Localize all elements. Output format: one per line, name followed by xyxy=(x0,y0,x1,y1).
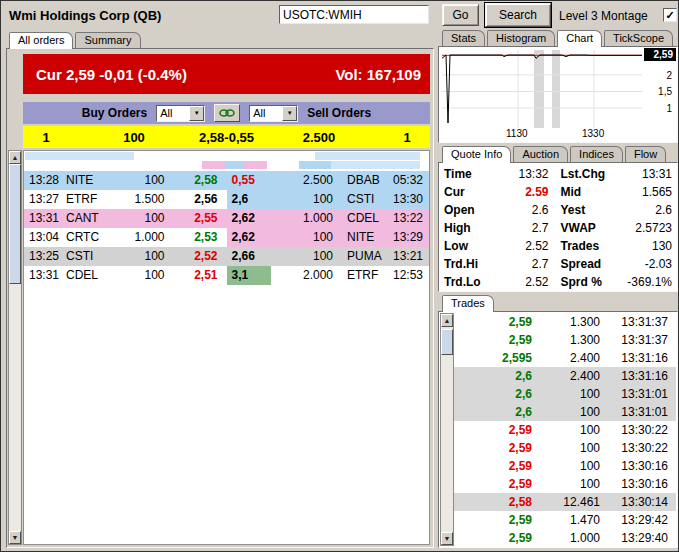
trade-time: 13:30:22 xyxy=(600,439,676,457)
price-ticker-bar: Cur 2,59 -0,01 (-0.4%) Vol: 167,109 xyxy=(23,54,430,94)
trade-row[interactable]: 2,5910013:30:22 xyxy=(454,421,676,439)
quote-row: Time13:32Lst.Chg13:31 xyxy=(439,165,677,183)
trade-row[interactable]: 2,610013:31:01 xyxy=(454,385,676,403)
trade-row[interactable]: 2,5910013:30:22 xyxy=(454,439,676,457)
sell-mm: CDEL xyxy=(337,209,385,228)
level3-montage-checkbox[interactable]: ✓ xyxy=(663,8,677,22)
quote-value: 2.7 xyxy=(491,255,549,273)
buy-time: 13:31 xyxy=(24,266,66,285)
scrollbar-track[interactable] xyxy=(441,327,453,532)
trades-scrollbar[interactable]: ▲ ▼ xyxy=(440,313,454,546)
trade-row[interactable]: 2,5812.46113:30:14 xyxy=(454,493,676,511)
trade-row[interactable]: 2,591.30013:31:37 xyxy=(454,313,676,331)
sell-size: 100 xyxy=(271,228,338,247)
chain-link-icon xyxy=(219,108,235,118)
tab-auction[interactable]: Auction xyxy=(513,146,568,162)
checkmark-icon: ✓ xyxy=(665,9,674,21)
sell-price: 3,1 xyxy=(227,266,271,285)
x-tick-label: 1330 xyxy=(582,128,604,139)
sell-time: 13:21 xyxy=(385,247,429,266)
sell-size: 2.500 xyxy=(254,130,384,145)
tab-tickscope[interactable]: TickScope xyxy=(604,30,673,46)
order-book: 13:28NITE1002,580,552.500DBAB05:3213:27E… xyxy=(23,150,430,545)
buy-orders-label: Buy Orders xyxy=(82,106,147,120)
quote-row: Trd.Hi2.7Spread-2.03 xyxy=(439,255,677,273)
quote-label: Time xyxy=(444,165,491,183)
buy-size: 1.500 xyxy=(116,190,175,209)
trade-row[interactable]: 2,591.00013:29:40 xyxy=(454,529,676,546)
quote-value: 2.52 xyxy=(491,237,549,255)
quote-label: Open xyxy=(444,201,491,219)
quote-row: Cur2.59Mid1.565 xyxy=(439,183,677,201)
sell-size: 1.000 xyxy=(271,209,338,228)
tab-stats[interactable]: Stats xyxy=(442,30,485,46)
tab-trades[interactable]: Trades xyxy=(442,295,494,312)
trade-size: 100 xyxy=(532,475,600,493)
trade-size: 100 xyxy=(532,421,600,439)
buy-side: 13:28NITE1002,58 xyxy=(24,171,227,190)
order-book-row[interactable]: 13:28NITE1002,580,552.500DBAB05:32 xyxy=(24,171,429,190)
buy-mm: CSTI xyxy=(66,247,116,266)
order-book-scrollbar[interactable]: ▲ ▼ xyxy=(8,150,22,545)
sell-price: 2,62 xyxy=(227,228,271,247)
scroll-up-button[interactable]: ▲ xyxy=(441,314,453,327)
buy-mm: CANT xyxy=(66,209,116,228)
trade-row[interactable]: 2,591.47013:29:42 xyxy=(454,511,676,529)
tab-flow[interactable]: Flow xyxy=(625,146,666,162)
quote-label: VWAP xyxy=(561,219,615,237)
sell-price: 2,66 xyxy=(227,247,271,266)
quote-label: Sprd % xyxy=(561,273,615,291)
scroll-up-button[interactable]: ▲ xyxy=(9,151,21,164)
trade-row[interactable]: 2,610013:31:01 xyxy=(454,403,676,421)
volume-text: Vol: 167,109 xyxy=(335,66,421,83)
trade-price: 2,59 xyxy=(454,457,532,475)
tab-chart[interactable]: Chart xyxy=(557,30,602,47)
tab-quote-info[interactable]: Quote Info xyxy=(442,146,511,163)
trades-rows: 2,591.30013:31:372,591.30013:31:372,5952… xyxy=(454,313,676,546)
sell-mm: PUMA xyxy=(337,247,385,266)
depth-segment xyxy=(420,161,428,169)
trade-row[interactable]: 2,5952.40013:31:16 xyxy=(454,349,676,367)
sell-price: 0,55 xyxy=(227,171,271,190)
tab-all-orders[interactable]: All orders xyxy=(9,32,73,49)
scrollbar-thumb[interactable] xyxy=(9,164,21,284)
buy-mm: CDEL xyxy=(66,266,116,285)
chart-y-axis: 21,51 xyxy=(643,47,677,144)
arrow-down-icon: ▼ xyxy=(12,534,19,541)
sell-filter-dropdown[interactable]: All ▼ xyxy=(249,105,298,122)
quote-info-panel: Time13:32Lst.Chg13:31Cur2.59Mid1.565Open… xyxy=(438,162,678,292)
order-book-row[interactable]: 13:27ETRF1.5002,562,6100CSTI13:30 xyxy=(24,190,429,209)
quote-label: Low xyxy=(444,237,491,255)
sell-mm: NITE xyxy=(337,228,385,247)
trade-row[interactable]: 2,5910013:30:16 xyxy=(454,475,676,493)
order-book-row[interactable]: 13:25CSTI1002,522,66100PUMA13:21 xyxy=(24,247,429,266)
buy-side: 13:27ETRF1.5002,56 xyxy=(24,190,227,209)
buy-size: 100 xyxy=(116,266,175,285)
scroll-down-button[interactable]: ▼ xyxy=(441,532,453,545)
scrollbar-thumb[interactable] xyxy=(441,329,453,355)
scrollbar-track[interactable] xyxy=(9,164,21,531)
sell-size: 100 xyxy=(271,190,338,209)
scroll-down-button[interactable]: ▼ xyxy=(9,531,21,544)
y-tick-label: 1 xyxy=(666,103,672,114)
tab-indices[interactable]: Indices xyxy=(570,146,623,162)
trade-row[interactable]: 2,5910013:30:16 xyxy=(454,457,676,475)
depth-strip xyxy=(25,152,428,160)
buy-filter-dropdown[interactable]: All ▼ xyxy=(156,105,205,122)
order-book-row[interactable]: 13:04CRTC1.0002,532,62100NITE13:29 xyxy=(24,228,429,247)
order-book-row[interactable]: 13:31CDEL1002,513,12.000ETRF12:53 xyxy=(24,266,429,285)
tab-summary[interactable]: Summary xyxy=(75,32,140,48)
quote-value: 2.6 xyxy=(615,201,673,219)
tab-histogram[interactable]: Histogram xyxy=(487,30,555,46)
trade-row[interactable]: 2,591.30013:31:37 xyxy=(454,331,676,349)
link-filters-button[interactable] xyxy=(214,104,240,122)
buy-mm: ETRF xyxy=(66,190,116,209)
depth-segment xyxy=(299,161,331,169)
search-button[interactable]: Search xyxy=(485,3,551,27)
trade-row[interactable]: 2,62.40013:31:16 xyxy=(454,367,676,385)
go-button[interactable]: Go xyxy=(442,4,479,26)
buy-time: 13:04 xyxy=(24,228,66,247)
symbol-input[interactable] xyxy=(279,5,429,24)
trade-size: 1.300 xyxy=(532,331,600,349)
order-book-row[interactable]: 13:31CANT1002,552,621.000CDEL13:22 xyxy=(24,209,429,228)
